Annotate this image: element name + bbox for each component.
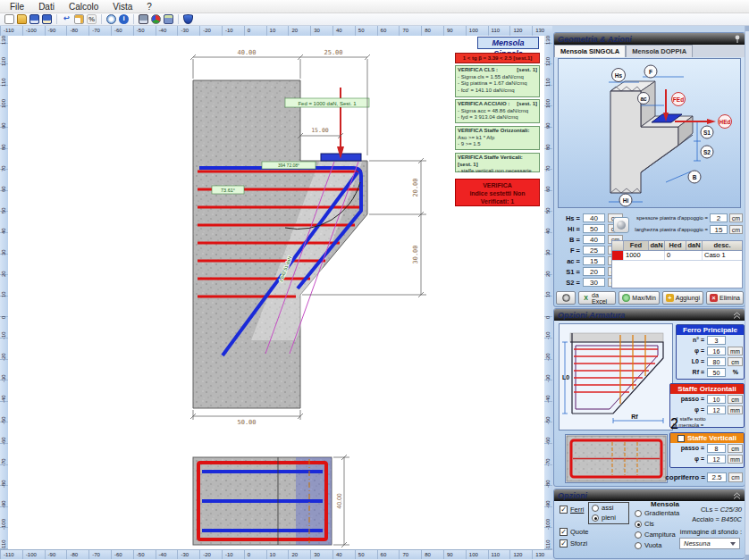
menu-bar: File Dati Calcolo Vista ?: [0, 0, 749, 13]
tab-mensola-singola[interactable]: Mensola SINGOLA: [554, 45, 626, 57]
color-wheel-icon[interactable]: [151, 14, 161, 24]
menu-help[interactable]: ?: [139, 0, 159, 13]
cls-radio[interactable]: [635, 521, 642, 528]
tab-mensola-doppia[interactable]: Mensola DOPPIA: [626, 45, 693, 57]
staffe-o-passo-input[interactable]: 10: [707, 395, 726, 404]
staffe-o-diam-input[interactable]: 12: [707, 405, 726, 414]
menu-dati[interactable]: Dati: [31, 0, 62, 13]
ferro-diam-input[interactable]: 16: [707, 347, 726, 355]
collapse-icon[interactable]: [733, 492, 741, 499]
open-folder-icon[interactable]: [17, 14, 27, 24]
elimina-button[interactable]: × Elimina: [706, 291, 744, 305]
shield-icon[interactable]: [183, 14, 193, 24]
background-image-select[interactable]: Nessuna: [679, 538, 740, 549]
report-icon[interactable]: [74, 14, 84, 24]
aggiungi-label: Aggiungi: [676, 295, 700, 301]
staffe-verticali-checkbox[interactable]: [677, 435, 685, 442]
vuota-radio[interactable]: [635, 542, 642, 549]
add-icon: +: [666, 294, 674, 302]
save-as-icon[interactable]: [42, 14, 52, 24]
scroll-down-arrow[interactable]: [745, 555, 749, 560]
hed-column-header[interactable]: Hed: [665, 241, 686, 250]
copriferro-unit: cm: [728, 472, 743, 482]
info-icon[interactable]: i: [119, 14, 129, 24]
pieni-radio[interactable]: [592, 514, 599, 522]
settings-percent-icon[interactable]: %: [87, 14, 97, 24]
gradientata-radio[interactable]: [635, 510, 642, 517]
aggiungi-button[interactable]: + Aggiungi: [662, 291, 703, 305]
ferro-n-input[interactable]: 3: [707, 336, 726, 345]
staffe-v-diam-input[interactable]: 12: [707, 455, 726, 464]
ferro-l0-unit: cm: [728, 357, 743, 366]
copriferro-input[interactable]: 2.5: [707, 472, 727, 482]
new-document-icon[interactable]: [4, 14, 14, 24]
quote-checkbox[interactable]: ✓: [560, 528, 568, 536]
fed-cell[interactable]: 1000: [624, 251, 665, 260]
row-selector-cell[interactable]: [612, 251, 624, 260]
gradientata-option[interactable]: Gradientata: [635, 509, 679, 517]
hi-input[interactable]: 50: [583, 224, 605, 233]
vuota-option[interactable]: Vuota: [635, 541, 661, 549]
table-row[interactable]: 1000 0 Caso 1: [612, 251, 742, 261]
f-input[interactable]: 25: [583, 246, 605, 255]
desc-column-header[interactable]: desc.: [703, 241, 742, 250]
svg-text:50.00: 50.00: [237, 419, 256, 426]
armatura-panel-header[interactable]: Opzioni Armatura: [554, 309, 745, 321]
menu-calcolo[interactable]: Calcolo: [62, 0, 105, 13]
gear-button[interactable]: [556, 291, 576, 305]
staffe-v-passo-input[interactable]: 8: [707, 444, 726, 453]
plate-width-input[interactable]: 15: [710, 225, 728, 234]
hs-input[interactable]: 40: [583, 213, 605, 222]
geometry-panel-header[interactable]: Geometria & Azioni: [554, 33, 745, 45]
s2-input[interactable]: 30: [583, 278, 605, 287]
ferro-rf-input[interactable]: 50: [707, 368, 726, 377]
geometry-diagram: Hs F ac FEd HEd S1 S2 B Hi: [558, 58, 741, 208]
da-excel-button[interactable]: X da Excel: [578, 291, 616, 305]
hed-cell[interactable]: 0: [665, 251, 703, 260]
ferri-checkbox[interactable]: ✓: [560, 506, 568, 514]
quote-label: Quote: [570, 528, 588, 536]
sforzi-option[interactable]: ✓ Sforzi: [560, 539, 587, 547]
svg-text:Fed = 1000 daN, Sest. 1: Fed = 1000 daN, Sest. 1: [298, 101, 357, 106]
armatura-panel-title: Opzioni Armatura: [558, 311, 625, 320]
pieni-option[interactable]: pieni: [592, 514, 616, 522]
scroll-up-arrow[interactable]: [745, 26, 749, 31]
drawing-canvas[interactable]: Fed = 1000 daN, Sest. 1 394 72.08° 73.61…: [8, 36, 544, 549]
ferri-option[interactable]: ✓ Ferri: [560, 506, 584, 514]
campitura-radio[interactable]: [635, 531, 642, 539]
menu-vista[interactable]: Vista: [105, 0, 139, 13]
ac-input[interactable]: 15: [583, 256, 605, 265]
s1-input[interactable]: 20: [583, 267, 605, 276]
quote-option[interactable]: ✓ Quote: [560, 528, 588, 536]
staffe-o-passo-unit: cm: [728, 395, 743, 404]
cls-option[interactable]: Cls: [635, 520, 654, 528]
verifica-staffe-o-title: VERIFICA Staffe Orizzontali:: [458, 128, 529, 135]
ac-label: ac =: [555, 257, 580, 265]
fed-column-header[interactable]: Fed: [624, 241, 649, 250]
assi-option[interactable]: assi: [592, 504, 613, 512]
ferro-rf-label: Rf =: [693, 369, 704, 375]
desc-cell[interactable]: Caso 1: [703, 251, 742, 260]
ruler-right: 1301201101009080706050403020100-10-20-30…: [544, 36, 552, 549]
b-input[interactable]: 40: [583, 235, 605, 244]
svg-text:40.00: 40.00: [336, 493, 342, 509]
ferro-l0-input[interactable]: 80: [707, 357, 726, 366]
max-min-button[interactable]: Max/Min: [619, 291, 659, 305]
collapse-icon[interactable]: [733, 312, 741, 319]
plate-thickness-input[interactable]: 2: [710, 213, 728, 222]
save-icon[interactable]: [29, 14, 39, 24]
sforzi-checkbox[interactable]: ✓: [560, 539, 568, 547]
undo-icon[interactable]: ↩: [62, 14, 72, 24]
gradientata-label: Gradientata: [644, 509, 679, 517]
export-icon[interactable]: [139, 14, 148, 24]
load-label: Fed = 1000 daN, Sest. 1: [285, 98, 369, 107]
ruler-bottom: -110-100-90-80-70-60-50-40-30-20-1001020…: [0, 549, 552, 559]
staffe-orizzontali-title: Staffe Orizzontali: [670, 384, 744, 394]
assi-radio[interactable]: [592, 505, 599, 512]
sphere-button[interactable]: [613, 217, 629, 233]
menu-file[interactable]: File: [3, 0, 31, 13]
calculator-icon[interactable]: [164, 14, 173, 24]
clock-icon[interactable]: [106, 14, 116, 24]
pin-icon[interactable]: [734, 35, 741, 43]
panel-scrollbar[interactable]: [745, 26, 749, 560]
